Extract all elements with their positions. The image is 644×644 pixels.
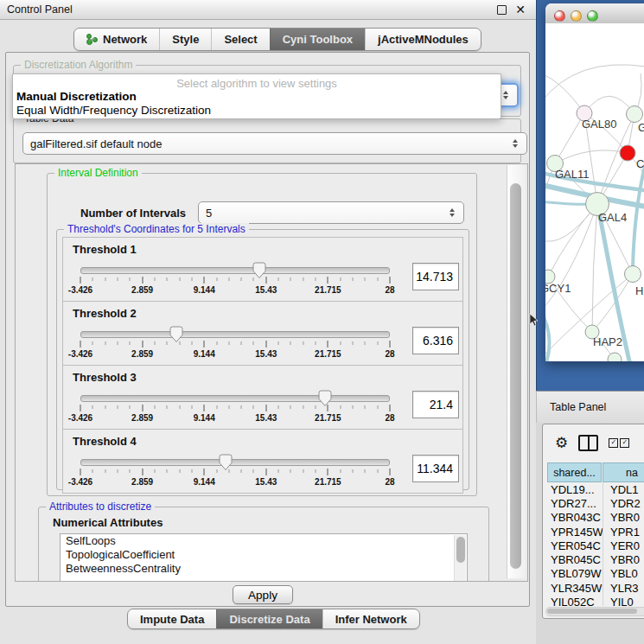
tab-discretize-data[interactable]: Discretize Data [216, 609, 322, 628]
cell-shared-name[interactable]: YDL19... [547, 483, 603, 496]
cell-shared-name[interactable]: YBR043C [547, 511, 603, 524]
slider-track[interactable] [80, 459, 390, 466]
node-label: H [635, 284, 643, 297]
slider-ticks [80, 341, 390, 348]
network-edge[interactable] [545, 65, 644, 103]
scale-label: 15.43 [255, 477, 277, 487]
table-row[interactable]: YIL052CYIL0 [547, 595, 644, 606]
cell-shared-name[interactable]: YPR145W [547, 526, 603, 539]
scale-label: 21.715 [315, 477, 341, 487]
slider-thumb[interactable] [218, 454, 233, 471]
attributes-scrollbar[interactable] [454, 535, 466, 582]
threshold-value-field[interactable]: 14.713 [412, 263, 459, 290]
table-data-combobox[interactable]: galFiltered.sif default node [22, 132, 527, 155]
slider-thumb[interactable] [169, 326, 184, 343]
threshold-value-field[interactable]: 21.4 [412, 391, 459, 418]
select-columns-icons[interactable]: ✓ ✓ [609, 438, 629, 448]
settings-vertical-scrollbar[interactable] [507, 165, 526, 578]
network-node-ga[interactable] [627, 106, 643, 123]
cell-shared-name[interactable]: YLR345W [547, 582, 603, 595]
network-edge[interactable] [592, 204, 597, 332]
numerical-attributes-list[interactable]: SelfLoopsTopologicalCoefficientBetweenne… [60, 533, 468, 582]
column-header-name[interactable]: na [603, 462, 644, 482]
table-row[interactable]: YDL19...YDL1 [547, 482, 644, 496]
tab-cyni-toolbox[interactable]: Cyni Toolbox [270, 29, 365, 50]
tab-label: Infer Network [335, 613, 407, 626]
slider-track[interactable] [80, 331, 390, 338]
table-data-value: galFiltered.sif default node [30, 137, 162, 150]
cyni-toolbox-panel: Discretization Algorithm Table Data galF… [5, 52, 530, 607]
table-horizontal-scrollbar[interactable] [545, 607, 644, 616]
attribute-item-topologicalcoefficient[interactable]: TopologicalCoefficient [61, 548, 467, 562]
threshold-row-threshold-4: Threshold 4-3.4262.8599.14415.4321.71528… [62, 429, 463, 494]
cell-name[interactable]: YDL1 [603, 482, 639, 496]
scale-label: 21.715 [315, 285, 341, 295]
slider-thumb[interactable] [252, 262, 267, 279]
threshold-value-field[interactable]: 11.344 [412, 455, 459, 482]
network-canvas[interactable]: GAL80GACGAL11GAL4GCY1HHAP2 [545, 23, 644, 361]
slider-thumb[interactable] [317, 390, 333, 407]
cell-shared-name[interactable]: YER054C [547, 539, 603, 552]
tab-infer-network[interactable]: Infer Network [322, 609, 419, 628]
thresholds-list: Threshold 1-3.4262.8599.14415.4321.71528… [62, 238, 463, 494]
table-row[interactable]: YLR345WYLR3 [547, 581, 644, 595]
close-traffic-light[interactable] [554, 10, 565, 22]
scale-label: 9.144 [194, 285, 215, 295]
attribute-item-betweennesscentrality[interactable]: BetweennessCentrality [61, 562, 467, 576]
tab-jactivemnodules[interactable]: jActiveMNodules [365, 29, 481, 50]
zoom-traffic-light[interactable] [587, 10, 598, 22]
slider-track[interactable] [80, 267, 390, 274]
cell-shared-name[interactable]: YBL079W [547, 567, 603, 580]
tab-style[interactable]: Style [159, 29, 211, 50]
network-node-h[interactable] [625, 266, 641, 283]
column-header-shared-name[interactable]: shared... [547, 462, 602, 482]
gear-icon[interactable]: ⚙ [555, 436, 568, 450]
tab-impute-data[interactable]: Impute Data [128, 609, 216, 628]
tab-network[interactable]: Network [74, 29, 159, 50]
cell-name[interactable]: YBR0 [603, 511, 640, 525]
threshold-slider[interactable]: -3.4262.8599.14415.4321.71528 [80, 389, 402, 427]
cell-shared-name[interactable]: YDR27... [547, 497, 603, 510]
cell-name[interactable]: YPR1 [603, 525, 640, 539]
threshold-slider[interactable]: -3.4262.8599.14415.4321.71528 [80, 325, 402, 363]
table-row[interactable]: YBL079WYBL0 [547, 567, 644, 581]
tab-select[interactable]: Select [211, 29, 269, 50]
threshold-slider[interactable]: -3.4262.8599.14415.4321.71528 [80, 261, 402, 299]
cell-name[interactable]: YBR0 [603, 552, 640, 566]
scale-label: -3.426 [68, 413, 92, 423]
threshold-label: Threshold 2 [73, 307, 137, 320]
float-window-icon[interactable] [497, 5, 507, 15]
cell-name[interactable]: YER0 [603, 539, 640, 552]
tab-label: Style [172, 33, 199, 46]
attribute-item-selfloops[interactable]: SelfLoops [61, 534, 467, 548]
threshold-value-field[interactable]: 6.316 [412, 327, 459, 354]
cell-name[interactable]: YDR2 [603, 496, 641, 510]
cell-name[interactable]: YIL0 [603, 595, 634, 606]
scrollbar-thumb[interactable] [510, 183, 521, 569]
number-of-intervals-combobox[interactable]: 5 [198, 201, 464, 224]
cell-name[interactable]: YBL0 [603, 567, 638, 581]
table-row[interactable]: YBR043CYBR0 [547, 511, 644, 525]
network-node-c[interactable] [620, 145, 635, 161]
group-title: Interval Definition [54, 167, 142, 179]
apply-button[interactable]: Apply [233, 585, 293, 604]
network-node[interactable] [608, 353, 622, 361]
slider-track[interactable] [80, 395, 390, 402]
close-icon[interactable]: ✕ [515, 2, 526, 17]
threshold-slider[interactable]: -3.4262.8599.14415.4321.71528 [80, 453, 402, 491]
scale-label: 28 [385, 413, 394, 423]
network-edge[interactable] [545, 204, 597, 313]
minimize-traffic-light[interactable] [571, 10, 582, 22]
network-edge[interactable] [555, 113, 584, 163]
cell-shared-name[interactable]: YIL052C [547, 596, 603, 606]
table-row[interactable]: YDR27...YDR2 [547, 496, 644, 510]
table-row[interactable]: YER054CYER0 [547, 539, 644, 552]
table-row[interactable]: YPR145WYPR1 [547, 525, 644, 539]
popup-option-equal-width-frequency-discretization[interactable]: Equal Width/Frequency Discretization [16, 104, 497, 118]
popup-option-manual-discretization[interactable]: Manual Discretization [16, 90, 497, 104]
popup-hint: Select algorithm to view settings [13, 77, 501, 90]
table-row[interactable]: YBR045CYBR0 [547, 552, 644, 566]
cell-name[interactable]: YLR3 [603, 581, 639, 595]
cell-shared-name[interactable]: YBR045C [547, 553, 603, 566]
columns-icon[interactable] [578, 435, 598, 451]
